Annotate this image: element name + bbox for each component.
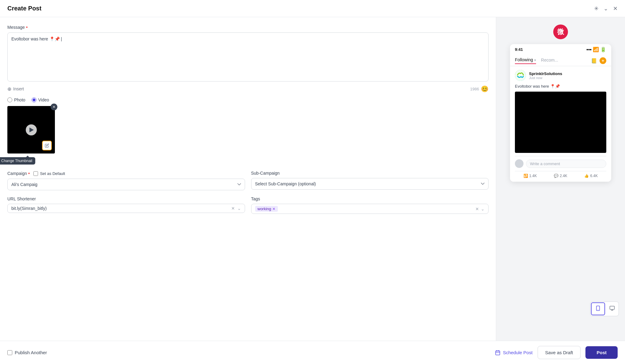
tag-chip: working ✕ xyxy=(255,206,278,212)
calendar-icon xyxy=(495,350,500,355)
post-text: Evoltobor was here 📍📌 xyxy=(515,84,606,89)
url-group: URL Shortener bit.ly(Simran_bitly) ✕ ⌄ xyxy=(7,196,245,214)
post-header: SprinklrSolutions Just now xyxy=(515,70,606,81)
sub-campaign-group: Sub-Campaign Select Sub-Campaign (option… xyxy=(251,171,489,190)
set-as-default-checkbox[interactable] xyxy=(33,171,38,176)
post-username: SprinklrSolutions xyxy=(529,71,606,76)
tags-input-container[interactable]: working ✕ ✕ ⌄ xyxy=(251,204,489,214)
url-expand-icon[interactable]: ⌄ xyxy=(237,206,241,211)
sub-campaign-label: Sub-Campaign xyxy=(251,171,489,176)
play-icon xyxy=(29,127,34,132)
status-icons: ▪▪▪ 📶 🔋 xyxy=(586,47,606,52)
publish-another-label[interactable]: Publish Another xyxy=(7,350,47,355)
save-draft-button[interactable]: Save as Draft xyxy=(538,346,581,359)
url-value: bit.ly(Simran_bitly) xyxy=(11,206,47,211)
set-as-default-label[interactable]: Set as Default xyxy=(33,171,65,176)
url-label: URL Shortener xyxy=(7,196,245,201)
media-type-selector: Photo Video xyxy=(7,97,489,102)
video-radio-label[interactable]: Video xyxy=(32,97,49,102)
add-icon: + xyxy=(600,57,606,64)
sparkle-button[interactable]: ✳ xyxy=(594,5,599,12)
avatar xyxy=(515,70,526,81)
video-container: ✕ Change Thumbnail xyxy=(7,106,55,154)
tags-expand-icon[interactable]: ⌄ xyxy=(481,207,485,211)
change-thumbnail-tooltip: Change Thumbnail xyxy=(0,157,35,165)
video-radio[interactable] xyxy=(32,97,36,102)
remove-video-button[interactable]: ✕ xyxy=(51,104,57,110)
left-panel: Message • Evoltobor was here 📍📌 | ⊕ Inse… xyxy=(0,17,496,341)
url-clear-icon[interactable]: ✕ xyxy=(231,206,235,211)
tag-remove-button[interactable]: ✕ xyxy=(272,207,275,211)
phone-nav: Following ▾ Recom... 📒 + xyxy=(510,55,611,66)
url-actions: ✕ ⌄ xyxy=(231,206,241,211)
nav-tab-recom[interactable]: Recom... xyxy=(541,58,558,64)
change-thumbnail-button[interactable] xyxy=(42,141,52,150)
tags-group: Tags working ✕ ✕ ⌄ xyxy=(251,196,489,214)
message-input[interactable]: Evoltobor was here 📍📌 | xyxy=(7,32,489,82)
publish-another-checkbox[interactable] xyxy=(7,350,12,355)
comment-icon: 💬 xyxy=(554,174,558,178)
post-stats: 🔁 1.4K 💬 2.4K 👍 6.4K xyxy=(515,171,606,178)
photo-radio-label[interactable]: Photo xyxy=(7,97,25,102)
schedule-post-button[interactable]: Schedule Post xyxy=(495,350,533,355)
insert-button[interactable]: ⊕ Insert xyxy=(7,86,24,92)
campaign-row: Campaign • Set as Default Ali's Campaig xyxy=(7,171,489,190)
desktop-view-button[interactable] xyxy=(606,302,619,316)
edit-icon xyxy=(45,143,49,148)
post-comment-box: Write a comment xyxy=(515,156,606,168)
emoji-icon[interactable]: 😊 xyxy=(481,85,489,93)
modal-header: Create Post ✳ ⌄ ✕ xyxy=(0,0,625,17)
tags-label: Tags xyxy=(251,196,489,201)
campaign-required: • xyxy=(28,171,30,176)
nav-tab-following[interactable]: Following ▾ xyxy=(515,57,536,64)
required-indicator: • xyxy=(26,25,28,30)
svg-rect-0 xyxy=(515,70,526,81)
page-title: Create Post xyxy=(7,5,41,12)
sub-campaign-select[interactable]: Select Sub-Campaign (optional) xyxy=(251,178,489,190)
repost-icon: 🔁 xyxy=(523,174,528,178)
photo-radio[interactable] xyxy=(7,97,12,102)
close-button[interactable]: ✕ xyxy=(613,5,618,12)
play-button[interactable] xyxy=(26,124,37,135)
avatar-logo xyxy=(515,70,526,81)
reposts-stat: 🔁 1.4K xyxy=(523,174,537,178)
main-content: Message • Evoltobor was here 📍📌 | ⊕ Inse… xyxy=(0,17,625,341)
campaign-label: Campaign • xyxy=(7,171,30,176)
campaign-group: Campaign • Set as Default Ali's Campaig xyxy=(7,171,245,190)
header-actions: ✳ ⌄ ✕ xyxy=(594,5,618,12)
comments-stat: 💬 2.4K xyxy=(554,174,567,178)
post-time: Just now xyxy=(529,76,606,80)
book-icon: 📒 xyxy=(591,58,597,64)
phone-preview: 9:41 ▪▪▪ 📶 🔋 Following ▾ Recom... xyxy=(510,44,611,182)
tags-clear-icon[interactable]: ✕ xyxy=(475,207,479,211)
wifi-icon: 📶 xyxy=(593,47,599,52)
collapse-button[interactable]: ⌄ xyxy=(604,5,608,12)
status-time: 9:41 xyxy=(515,47,523,52)
post-button[interactable]: Post xyxy=(585,346,618,359)
weibo-logo: 微 xyxy=(557,27,564,36)
signal-icon: ▪▪▪ xyxy=(586,47,592,52)
commenter-avatar xyxy=(515,159,523,168)
nav-right-icons: 📒 + xyxy=(591,57,606,64)
post-video-preview xyxy=(515,92,606,153)
url-tags-row: URL Shortener bit.ly(Simran_bitly) ✕ ⌄ T… xyxy=(7,196,489,214)
campaign-header: Campaign • Set as Default xyxy=(7,171,245,176)
like-icon: 👍 xyxy=(584,174,589,178)
svg-rect-6 xyxy=(496,351,500,355)
view-toggle xyxy=(590,301,619,316)
campaign-select[interactable]: Ali's Campaig xyxy=(7,179,245,190)
post-meta: SprinklrSolutions Just now xyxy=(529,71,606,80)
likes-stat: 👍 6.4K xyxy=(584,174,598,178)
platform-icon: 微 xyxy=(553,25,568,39)
preview-post-card: SprinklrSolutions Just now Evoltobor was… xyxy=(510,66,611,182)
url-input-container: bit.ly(Simran_bitly) ✕ ⌄ xyxy=(7,204,245,213)
mobile-view-button[interactable] xyxy=(591,302,605,315)
comment-input[interactable]: Write a comment xyxy=(526,160,606,168)
char-count: 1986 😊 xyxy=(470,85,489,93)
svg-rect-3 xyxy=(610,306,615,309)
footer: Publish Another Schedule Post Save as Dr… xyxy=(0,341,625,364)
battery-icon: 🔋 xyxy=(600,47,606,52)
message-label: Message • xyxy=(7,25,489,30)
status-bar: 9:41 ▪▪▪ 📶 🔋 xyxy=(510,44,611,55)
right-panel: 微 9:41 ▪▪▪ 📶 🔋 Following ▾ xyxy=(496,17,625,341)
